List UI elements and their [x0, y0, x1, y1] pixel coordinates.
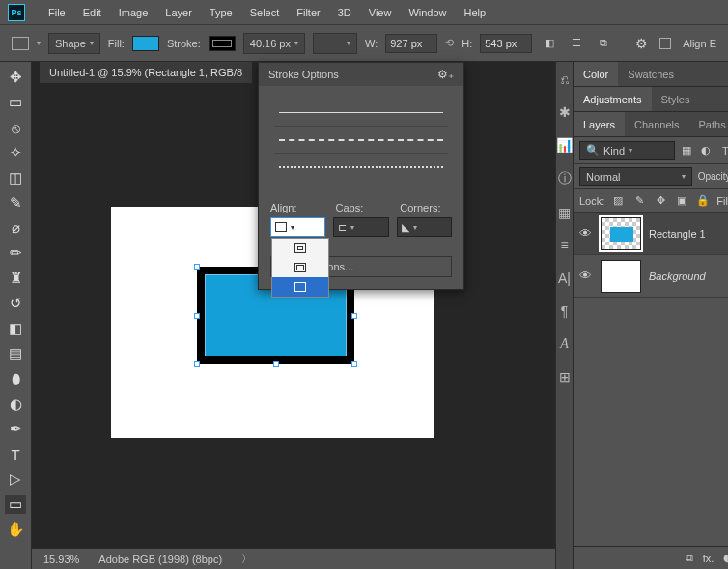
layer-name[interactable]: Rectangle 1 [649, 228, 706, 240]
tab-layers[interactable]: Layers [574, 112, 625, 136]
pen-tool[interactable]: ✒ [5, 419, 26, 439]
lock-pixels-icon[interactable]: ✎ [631, 193, 647, 209]
filter-pixel-icon[interactable]: ▦ [679, 143, 694, 158]
align-inside-option[interactable] [272, 239, 328, 258]
histogram-icon[interactable]: 📊 [556, 137, 573, 153]
history-brush-tool[interactable]: ↺ [5, 294, 26, 313]
lock-pos-icon[interactable]: ✥ [653, 193, 668, 209]
tab-swatches[interactable]: Swatches [618, 62, 684, 86]
layer-name[interactable]: Background [649, 270, 706, 282]
gradient-tool[interactable]: ▤ [5, 344, 26, 363]
link-dimensions-icon[interactable]: ⟲ [445, 37, 454, 49]
menu-3d[interactable]: 3D [330, 3, 359, 22]
corners-dropdown[interactable]: ◣▾ [397, 217, 452, 237]
heal-tool[interactable]: ⌀ [5, 218, 26, 238]
move-tool[interactable]: ✥ [5, 68, 26, 87]
stroke-dashed-option[interactable] [274, 127, 448, 154]
lock-all-icon[interactable]: 🔒 [695, 193, 711, 209]
menu-image[interactable]: Image [111, 3, 156, 22]
lock-artboard-icon[interactable]: ▣ [674, 193, 689, 209]
checkbox-align-edges[interactable] [659, 38, 671, 49]
stroke-swatch[interactable] [209, 36, 236, 51]
eraser-tool[interactable]: ◧ [5, 319, 26, 338]
color-profile[interactable]: Adobe RGB (1998) (8bpc) [98, 554, 222, 565]
wand-tool[interactable]: ✧ [5, 143, 26, 162]
layer-rectangle-1[interactable]: 👁 Rectangle 1 [574, 213, 728, 255]
menu-help[interactable]: Help [457, 3, 494, 22]
actions-icon[interactable]: ▦ [558, 205, 571, 220]
history-icon[interactable]: ⎌ [561, 71, 569, 87]
menu-file[interactable]: File [41, 3, 73, 22]
width-input[interactable]: 927 px [385, 34, 437, 53]
menu-layer[interactable]: Layer [157, 3, 200, 22]
dodge-tool[interactable]: ◐ [5, 394, 26, 413]
layer-background[interactable]: 👁 Background [574, 255, 728, 298]
gear-icon[interactable]: ⚙ [635, 36, 648, 51]
tab-paths[interactable]: Paths [689, 112, 728, 136]
height-input[interactable]: 543 px [480, 34, 532, 53]
layer-filter-kind[interactable]: 🔍Kind▾ [579, 141, 675, 160]
arrange-icon[interactable]: ⧉ [594, 34, 613, 53]
tab-color[interactable]: Color [574, 62, 618, 86]
layer-thumb[interactable] [601, 260, 641, 293]
hand-tool[interactable]: ✋ [5, 520, 26, 539]
visibility-toggle[interactable]: 👁 [579, 226, 593, 241]
lasso-tool[interactable]: ⎋ [5, 118, 26, 137]
handle-br[interactable] [351, 361, 357, 367]
handle-mr[interactable] [351, 313, 357, 319]
character-icon[interactable]: A| [558, 270, 571, 286]
stroke-width-input[interactable]: 40.16 px▾ [243, 33, 305, 54]
blur-tool[interactable]: ⬮ [5, 369, 26, 388]
stroke-style-dropdown[interactable]: ▾ [313, 33, 357, 54]
properties-icon[interactable]: ≡ [560, 238, 568, 253]
menu-window[interactable]: Window [401, 3, 454, 22]
eyedropper-tool[interactable]: ✎ [5, 193, 26, 213]
align-outside-option[interactable] [272, 277, 328, 297]
fx-icon[interactable]: fx. [703, 553, 714, 564]
align-dropdown[interactable]: ▾ [270, 217, 325, 237]
blend-mode-dropdown[interactable]: Normal▾ [579, 167, 692, 186]
filter-type-icon[interactable]: T [717, 143, 728, 158]
align-icon[interactable]: ☰ [567, 34, 586, 53]
rectangle-tool[interactable]: ▭ [5, 495, 26, 514]
mask-icon[interactable]: ◐ [723, 552, 728, 564]
stroke-dotted-option[interactable] [274, 154, 448, 181]
menu-select[interactable]: Select [242, 3, 288, 22]
lock-trans-icon[interactable]: ▨ [610, 193, 626, 209]
menu-filter[interactable]: Filter [289, 3, 327, 22]
menu-type[interactable]: Type [202, 3, 240, 22]
menu-edit[interactable]: Edit [75, 3, 109, 22]
tab-channels[interactable]: Channels [625, 112, 688, 136]
stroke-solid-option[interactable] [274, 100, 448, 127]
document-tab[interactable]: Untitled-1 @ 15.9% (Rectangle 1, RGB/8 [40, 62, 252, 83]
handle-bl[interactable] [194, 361, 200, 367]
link-layers-icon[interactable]: ⧉ [686, 552, 693, 564]
tab-adjustments[interactable]: Adjustments [574, 87, 652, 111]
fill-swatch[interactable] [132, 36, 159, 51]
align-center-option[interactable] [272, 258, 328, 277]
caps-dropdown[interactable]: ⊏▾ [333, 217, 388, 237]
path-select-tool[interactable]: ▷ [5, 469, 26, 489]
paragraph-icon[interactable]: ¶ [561, 303, 569, 319]
layer-thumb[interactable] [601, 217, 641, 250]
pathop-icon[interactable]: ◧ [540, 34, 559, 53]
brush-tool[interactable]: ✏ [5, 243, 26, 263]
shape-preset-icon[interactable] [12, 37, 29, 50]
glyphs-icon[interactable]: A [560, 336, 569, 352]
menu-view[interactable]: View [361, 3, 400, 22]
visibility-toggle[interactable]: 👁 [579, 269, 593, 283]
handle-bm[interactable] [273, 361, 279, 367]
crop-tool[interactable]: ◫ [5, 168, 26, 187]
tab-styles[interactable]: Styles [652, 87, 700, 111]
info-icon[interactable]: ⓘ [558, 170, 572, 187]
navigator-icon[interactable]: ✱ [559, 104, 571, 120]
handle-ml[interactable] [194, 313, 200, 319]
marquee-tool[interactable]: ▭ [5, 93, 26, 112]
filter-adjust-icon[interactable]: ◐ [698, 143, 714, 158]
type-tool[interactable]: T [5, 444, 26, 464]
handle-tl[interactable] [194, 264, 200, 270]
chevron-right-icon[interactable]: 〉 [241, 552, 252, 566]
tool-mode-dropdown[interactable]: Shape▾ [48, 33, 100, 54]
chevron-down-icon[interactable]: ▾ [37, 39, 41, 47]
popup-gear-icon[interactable]: ⚙₊ [437, 68, 454, 81]
